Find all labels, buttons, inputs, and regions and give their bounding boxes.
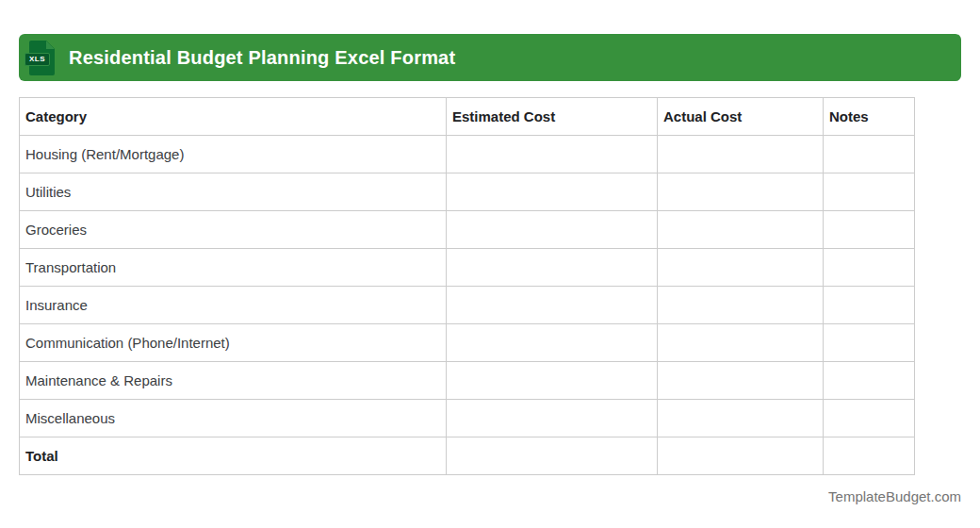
- table-row: Housing (Rent/Mortgage): [20, 136, 915, 173]
- actual-cost-cell: [658, 324, 824, 362]
- category-cell: Total: [20, 437, 447, 475]
- notes-cell: [824, 287, 915, 324]
- category-cell: Utilities: [20, 173, 447, 211]
- actual-cost-cell: [658, 249, 824, 287]
- estimated-cost-cell: [447, 324, 658, 362]
- actual-cost-cell: [658, 136, 824, 173]
- actual-cost-cell: [658, 287, 824, 324]
- estimated-cost-cell: [447, 400, 658, 437]
- category-cell: Transportation: [20, 249, 447, 287]
- table-row: Insurance: [20, 287, 915, 324]
- actual-cost-cell: [658, 400, 824, 437]
- category-cell: Communication (Phone/Internet): [20, 324, 447, 362]
- estimated-cost-cell: [447, 362, 658, 400]
- actual-cost-cell: [658, 211, 824, 249]
- estimated-cost-cell: [447, 211, 658, 249]
- table-row: Miscellaneous: [20, 400, 915, 437]
- notes-cell: [824, 324, 915, 362]
- table-row: Maintenance & Repairs: [20, 362, 915, 400]
- estimated-cost-cell: [447, 437, 658, 475]
- table-row: Groceries: [20, 211, 915, 249]
- column-header-notes: Notes: [824, 98, 915, 136]
- table-row: Transportation: [20, 249, 915, 287]
- estimated-cost-cell: [447, 249, 658, 287]
- category-cell: Insurance: [20, 287, 447, 324]
- table-header-row: Category Estimated Cost Actual Cost Note…: [20, 98, 915, 136]
- notes-cell: [824, 173, 915, 211]
- xls-file-icon: XLS: [29, 41, 55, 75]
- notes-cell: [824, 437, 915, 475]
- notes-cell: [824, 211, 915, 249]
- estimated-cost-cell: [447, 287, 658, 324]
- estimated-cost-cell: [447, 136, 658, 173]
- column-header-estimated-cost: Estimated Cost: [447, 98, 658, 136]
- table-row-total: Total: [20, 437, 915, 475]
- budget-table: Category Estimated Cost Actual Cost Note…: [19, 97, 915, 475]
- xls-icon-label: XLS: [24, 53, 50, 66]
- category-cell: Groceries: [20, 211, 447, 249]
- footer-site-text: TemplateBudget.com: [19, 488, 961, 504]
- notes-cell: [824, 249, 915, 287]
- estimated-cost-cell: [447, 173, 658, 211]
- actual-cost-cell: [658, 437, 824, 475]
- title-banner: XLS Residential Budget Planning Excel Fo…: [19, 34, 961, 81]
- notes-cell: [824, 400, 915, 437]
- notes-cell: [824, 362, 915, 400]
- table-row: Utilities: [20, 173, 915, 211]
- category-cell: Miscellaneous: [20, 400, 447, 437]
- category-cell: Housing (Rent/Mortgage): [20, 136, 447, 173]
- category-cell: Maintenance & Repairs: [20, 362, 447, 400]
- column-header-actual-cost: Actual Cost: [658, 98, 824, 136]
- notes-cell: [824, 136, 915, 173]
- column-header-category: Category: [20, 98, 447, 136]
- actual-cost-cell: [658, 173, 824, 211]
- table-row: Communication (Phone/Internet): [20, 324, 915, 362]
- page-title: Residential Budget Planning Excel Format: [69, 47, 455, 69]
- actual-cost-cell: [658, 362, 824, 400]
